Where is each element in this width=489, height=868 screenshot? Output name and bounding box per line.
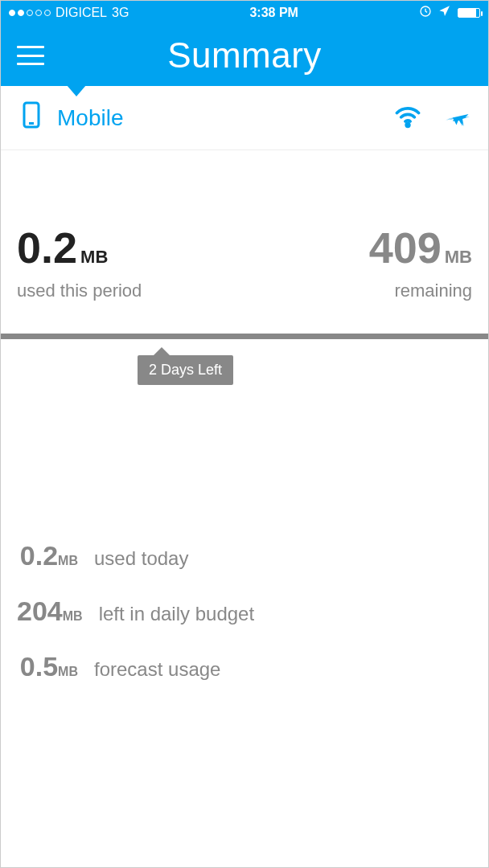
svg-point-3 [406,123,409,126]
usage-remaining-block: 409MB remaining [369,223,472,301]
menu-button[interactable] [17,46,44,65]
page-title: Summary [167,35,322,76]
stat-label: forecast usage [94,658,220,681]
used-unit: MB [80,247,108,267]
stat-value: 0.5MB [17,651,78,682]
stat-used-today: 0.2MB used today [17,540,472,571]
remaining-unit: MB [445,247,472,267]
header: Summary [1,25,488,86]
active-tab-indicator-icon [67,85,86,96]
stat-label: left in daily budget [99,603,254,625]
app-screen: DIGICEL 3G 3:38 PM Summary Mobile [0,0,489,868]
stat-value: 0.2MB [17,540,78,571]
tabs-row: Mobile [1,86,488,150]
used-value: 0.2 [17,223,77,272]
days-left-badge: 2 Days Left [138,355,233,385]
network-label: 3G [112,6,129,20]
usage-row: 0.2MB used this period 409MB remaining [1,150,488,317]
orientation-lock-icon [419,5,432,21]
battery-icon [458,8,480,18]
status-right [419,5,480,21]
remaining-label: remaining [369,280,472,301]
tab-mobile-label: Mobile [57,105,123,131]
tab-mobile[interactable]: Mobile [17,100,123,135]
signal-dots-icon [9,10,51,16]
tab-wifi[interactable] [393,102,422,134]
stat-forecast: 0.5MB forecast usage [17,651,472,682]
remaining-value: 409 [369,223,442,272]
tab-roaming[interactable] [443,102,472,134]
stat-label: used today [94,547,188,570]
carrier-label: DIGICEL [55,6,107,20]
status-time: 3:38 PM [249,6,298,20]
phone-icon [17,100,46,135]
location-icon [438,5,451,21]
stat-left-budget: 204MB left in daily budget [17,596,472,627]
status-bar: DIGICEL 3G 3:38 PM [1,1,488,25]
status-left: DIGICEL 3G [9,6,129,20]
timeline-bar[interactable] [1,334,488,339]
stat-value: 204MB [17,596,83,627]
used-label: used this period [17,280,142,301]
usage-used-block: 0.2MB used this period [17,223,142,301]
stats-list: 0.2MB used today 204MB left in daily bud… [1,339,488,682]
